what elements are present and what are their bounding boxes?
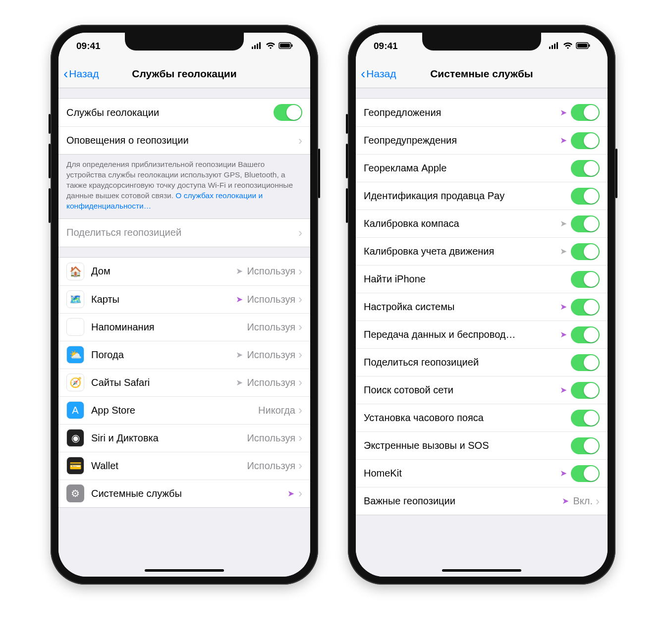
location-alerts-row[interactable]: Оповещения о геопозиции › (58, 126, 310, 154)
app-icon: 🗺️ (66, 290, 84, 308)
chevron-right-icon: › (298, 459, 302, 473)
content[interactable]: Службы геолокации Оповещения о геопозици… (58, 88, 310, 577)
home-indicator[interactable] (442, 569, 521, 572)
app-row[interactable]: ⛅ Погода ➤ Используя › (58, 341, 310, 369)
chevron-right-icon: › (298, 486, 302, 500)
app-status: Используя (247, 432, 295, 444)
chevron-right-icon: › (298, 431, 302, 445)
app-name: Напоминания (91, 322, 247, 333)
app-status: Используя (247, 377, 295, 388)
svg-rect-8 (552, 45, 553, 49)
app-status: Никогда (258, 405, 295, 416)
toggle-switch[interactable] (571, 243, 600, 260)
app-row[interactable]: 🏠 Дом ➤ Используя › (58, 258, 310, 285)
location-arrow-icon: ➤ (560, 218, 567, 229)
status-time: 09:41 (374, 41, 398, 52)
chevron-right-icon: › (298, 265, 302, 278)
app-icon: ☰ (66, 318, 84, 336)
row-label: Оповещения о геопозиции (66, 135, 298, 146)
system-service-row[interactable]: Настройка системы ➤ (356, 293, 608, 321)
chevron-right-icon: › (298, 348, 302, 362)
toggle-switch[interactable] (571, 188, 600, 205)
toggle-switch[interactable] (571, 160, 600, 177)
system-service-row[interactable]: Геопредупреждения ➤ (356, 126, 608, 154)
signal-icon (549, 41, 560, 52)
toggle-switch[interactable] (571, 104, 600, 121)
system-service-row[interactable]: Идентификация продавца Pay (356, 182, 608, 210)
chevron-right-icon: › (298, 292, 302, 306)
location-arrow-icon: ➤ (560, 135, 567, 146)
app-row[interactable]: 🧭 Сайты Safari ➤ Используя › (58, 369, 310, 396)
back-button[interactable]: ‹ Назад (361, 66, 396, 82)
system-service-row[interactable]: Экстренные вызовы и SOS (356, 431, 608, 459)
svg-rect-13 (589, 45, 590, 47)
system-service-row[interactable]: Найти iPhone (356, 265, 608, 293)
toggle-switch[interactable] (571, 410, 600, 427)
system-service-row[interactable]: Поделиться геопозицией (356, 348, 608, 376)
nav-bar: ‹ Назад Системные службы (356, 59, 608, 88)
home-indicator[interactable] (145, 569, 224, 572)
location-arrow-icon: ➤ (236, 377, 243, 388)
phone-left: 09:41 ‹ Назад Службы геолокации (51, 25, 318, 585)
chevron-right-icon: › (298, 226, 302, 240)
toggle-switch[interactable] (571, 354, 600, 371)
app-row[interactable]: A App Store Никогда › (58, 396, 310, 424)
app-icon: ⛅ (66, 346, 84, 364)
app-status: Используя (247, 349, 295, 361)
system-service-row[interactable]: Установка часового пояса (356, 404, 608, 431)
app-row[interactable]: ☰ Напоминания Используя › (58, 313, 310, 341)
app-row[interactable]: 🗺️ Карты ➤ Используя › (58, 285, 310, 313)
row-label: Идентификация продавца Pay (364, 190, 571, 202)
app-status: Используя (247, 322, 295, 333)
back-label: Назад (69, 68, 99, 80)
toggle-switch[interactable] (571, 382, 600, 399)
toggle-switch[interactable] (571, 326, 600, 343)
notch (422, 33, 541, 51)
system-service-row[interactable]: Передача данных и беспровод… ➤ (356, 321, 608, 348)
app-row[interactable]: 💳 Wallet Используя › (58, 452, 310, 480)
row-label: Поделиться геопозицией (364, 357, 571, 368)
gear-icon: ⚙ (66, 484, 84, 502)
location-arrow-icon: ➤ (560, 107, 567, 118)
location-services-toggle-row[interactable]: Службы геолокации (58, 99, 310, 126)
system-service-row[interactable]: Калибровка учета движения ➤ (356, 237, 608, 265)
toggle-switch[interactable] (571, 299, 600, 316)
svg-rect-5 (280, 44, 290, 48)
toggle-switch[interactable] (571, 271, 600, 288)
row-label: Геопредупреждения (364, 135, 560, 146)
row-label: Найти iPhone (364, 273, 571, 285)
system-service-row[interactable]: HomeKit ➤ (356, 459, 608, 487)
location-arrow-icon: ➤ (287, 488, 294, 499)
system-services-row[interactable]: ⚙ Системные службы ➤ › (58, 480, 310, 507)
chevron-right-icon: › (298, 320, 302, 334)
back-button[interactable]: ‹ Назад (63, 66, 99, 82)
system-service-row[interactable]: Геопредложения ➤ (356, 99, 608, 126)
row-label: Экстренные вызовы и SOS (364, 440, 571, 451)
row-label: Настройка системы (364, 301, 560, 313)
toggle-switch[interactable] (571, 437, 600, 454)
system-service-row[interactable]: Калибровка компаса ➤ (356, 210, 608, 237)
row-label: Геореклама Apple (364, 162, 571, 174)
app-status: Используя (247, 460, 295, 472)
toggle-switch[interactable] (571, 465, 600, 482)
toggle-switch[interactable] (571, 132, 600, 149)
svg-rect-9 (554, 44, 555, 49)
toggle-switch[interactable] (571, 215, 600, 232)
system-service-row[interactable]: Геореклама Apple (356, 154, 608, 182)
system-service-row[interactable]: Поиск сотовой сети ➤ (356, 376, 608, 404)
location-arrow-icon: ➤ (236, 350, 243, 360)
app-name: Погода (91, 349, 236, 361)
row-label: Передача данных и беспровод… (364, 329, 560, 340)
toggle-switch[interactable] (274, 104, 302, 121)
phone-right: 09:41 ‹ Назад Системные службы (348, 25, 615, 585)
chevron-right-icon: › (596, 494, 600, 508)
share-location-row[interactable]: Поделиться геопозицией › (58, 219, 310, 247)
row-label: Калибровка учета движения (364, 246, 560, 257)
important-locations-row[interactable]: Важные геопозиции ➤ Вкл. › (356, 487, 608, 515)
app-icon: 💳 (66, 457, 84, 475)
app-row[interactable]: ◉ Siri и Диктовка Используя › (58, 424, 310, 452)
svg-rect-10 (556, 42, 558, 49)
content[interactable]: Геопредложения ➤ Геопредупреждения ➤ Гео… (356, 88, 608, 577)
row-label: HomeKit (364, 468, 560, 479)
row-label: Геопредложения (364, 107, 560, 118)
